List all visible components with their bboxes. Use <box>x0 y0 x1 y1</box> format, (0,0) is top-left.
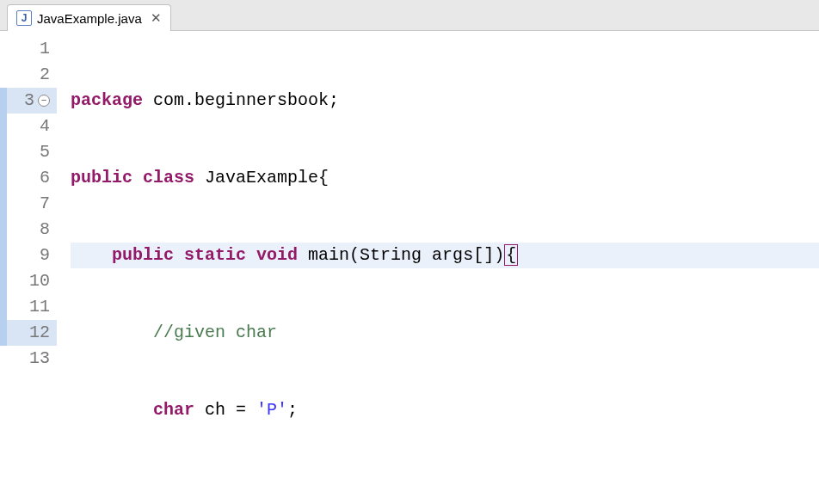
change-marker <box>0 139 7 165</box>
line-num: 12 <box>29 320 50 346</box>
keyword: class <box>143 168 194 187</box>
code-text: com.beginnersbook; <box>143 90 339 110</box>
keyword: package <box>71 90 143 110</box>
change-marker <box>0 268 7 294</box>
change-marker <box>0 165 7 191</box>
line-num: 1 <box>40 36 50 62</box>
fold-collapse-icon[interactable]: − <box>38 95 50 107</box>
cursor-brace: { <box>504 244 518 266</box>
line-num: 10 <box>29 268 50 294</box>
line-num: 11 <box>29 294 50 320</box>
line-num: 4 <box>40 114 50 139</box>
change-marker <box>0 217 7 243</box>
line-num: 2 <box>40 62 50 88</box>
tab-filename: JavaExample.java <box>37 11 142 26</box>
code-text: main(String args[]) <box>298 245 504 265</box>
string-literal: 'P' <box>256 400 287 420</box>
change-marker <box>0 88 7 114</box>
line-num: 9 <box>40 243 50 268</box>
keyword: public <box>71 168 132 187</box>
change-marker <box>0 294 7 320</box>
change-marker <box>0 114 7 139</box>
code-text: ; <box>287 400 298 420</box>
editor-tab-bar: J JavaExample.java ✕ <box>0 0 819 31</box>
code-text: JavaExample{ <box>194 168 329 187</box>
code-text: ch = <box>194 400 256 420</box>
keyword: void <box>256 245 298 265</box>
change-marker <box>0 191 7 217</box>
keyword: public <box>112 245 174 265</box>
line-num: 7 <box>40 191 50 217</box>
line-num: 3 <box>24 88 34 114</box>
keyword: static <box>184 245 246 265</box>
change-marker <box>0 320 7 346</box>
editor-tab[interactable]: J JavaExample.java ✕ <box>7 4 171 31</box>
close-icon[interactable]: ✕ <box>151 10 162 26</box>
line-num: 8 <box>40 217 50 243</box>
line-num: 13 <box>29 346 50 372</box>
line-gutter: 1 2 3− 4 5 6 7 8 9 10 11 12 13 <box>0 36 60 504</box>
code-content[interactable]: package com.beginnersbook; public class … <box>60 36 819 504</box>
line-num: 6 <box>40 165 50 191</box>
comment: //given char <box>153 323 277 342</box>
java-file-icon: J <box>16 10 32 26</box>
line-num: 5 <box>40 139 50 165</box>
change-marker <box>0 243 7 268</box>
keyword: char <box>153 400 194 420</box>
editor-pane: J JavaExample.java ✕ 1 2 3− 4 5 6 7 8 9 … <box>0 0 819 504</box>
code-editor[interactable]: 1 2 3− 4 5 6 7 8 9 10 11 12 13 package c… <box>0 31 819 504</box>
